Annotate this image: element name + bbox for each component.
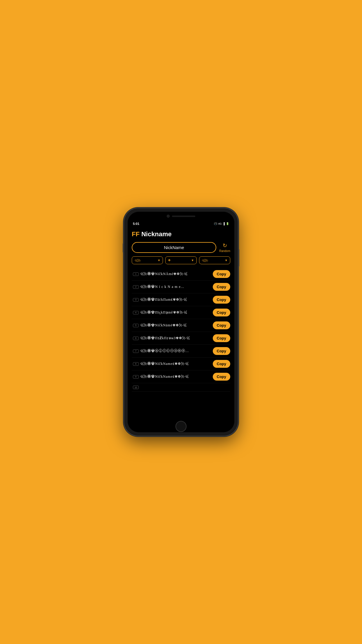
dropdown-1-arrow: ▼ [157,259,160,262]
home-indicator [128,421,234,432]
dropdown-row: ꧁꧂ ▼ ❖ ▼ ꧁꧂ ▼ [132,256,230,264]
status-time: 5:01 [133,222,139,225]
status-icons: 📳 4G ▐ 🔋 [214,222,229,225]
home-button[interactable] [175,421,187,432]
app-title: FF Nickname [132,230,230,238]
battery-icon: 🔋 [226,222,229,225]
list-item: 5 ꧁꧂❁✾NïčkNämë✾❁꧂꧁ Copy [132,319,230,332]
signal-icon: ▐ [223,222,225,225]
title-nickname: Nickname [141,230,172,238]
vibrate-icon: 📳 [214,222,217,225]
phone-screen: 5:01 📳 4G ▐ 🔋 FF Nickname ↻ Random [128,212,234,432]
dropdown-2-text: ❖ [168,258,171,262]
item-text-1: ꧁꧂❁✾NïčkNÄmé✾❁꧂꧁ [140,272,210,276]
item-number-3: 3 [132,298,140,302]
copy-button-5[interactable]: Copy [213,321,231,329]
item-text-6: ꧁꧂❁✾ПɪƵkПɾəмЗ✾❁꧂꧁ [140,336,210,340]
input-row: ↻ Random [132,242,230,253]
item-number-5: 5 [132,324,140,327]
dropdown-1-text: ꧁꧂ [134,259,141,262]
item-text-8: ꧁꧂❁✾NïčkNameɛ✾❁꧂꧁ [140,362,210,366]
item-text-4: ꧁꧂❁✾ПïçkПạmě✾❁꧂꧁ [140,310,210,315]
title-ff: FF [132,230,140,238]
item-text-3: ꧁꧂❁✾ПɪċkПamɛ✾❁꧂꧁ [140,298,210,302]
list-item: 4 ꧁꧂❁✾ПïçkПạmě✾❁꧂꧁ Copy [132,306,230,319]
list-item: 9 ꧁꧂❁✾NïčkNameɛ✾❁꧂꧁ Copy [132,370,230,383]
copy-button-1[interactable]: Copy [213,270,231,278]
speaker-bar [172,216,195,217]
item-number-1: 1 [132,272,140,276]
notch-area [128,212,234,220]
status-bar: 5:01 📳 4G ▐ 🔋 [128,220,234,227]
copy-button-6[interactable]: Copy [213,334,231,342]
dropdown-3[interactable]: ꧁꧂ ▼ [199,256,230,264]
copy-button-4[interactable]: Copy [213,309,231,316]
nickname-input[interactable] [132,242,216,253]
copy-button-2[interactable]: Copy [213,283,231,291]
phone-device: 5:01 📳 4G ▐ 🔋 FF Nickname ↻ Random [124,208,238,436]
list-item: 2 ꧁꧂❁✾N ï c k N a m e... Copy [132,281,230,293]
copy-button-9[interactable]: Copy [213,373,231,381]
dropdown-1[interactable]: ꧁꧂ ▼ [132,256,163,264]
dropdown-3-text: ꧁꧂ [202,259,208,262]
item-number-4: 4 [132,311,140,314]
item-text-9: ꧁꧂❁✾NïčkNameɛ✾❁꧂꧁ [140,374,210,379]
copy-button-7[interactable]: Copy [213,347,231,355]
list-item: 10 [132,383,230,392]
item-number-9: 9 [132,375,140,379]
random-label: Random [219,249,230,253]
random-button[interactable]: ↻ Random [219,242,230,253]
item-number-6: 6 [132,337,140,340]
list-item: 6 ꧁꧂❁✾ПɪƵkПɾəмЗ✾❁꧂꧁ Copy [132,332,230,345]
app-content: FF Nickname ↻ Random ꧁꧂ ▼ ❖ ▼ [128,227,234,421]
item-number-2: 2 [132,285,140,289]
copy-button-8[interactable]: Copy [213,360,231,368]
item-number-10: 10 [132,386,140,389]
dropdown-2-arrow: ▼ [191,259,194,262]
item-number-8: 8 [132,362,140,366]
copy-button-3[interactable]: Copy [213,296,231,304]
list-item: 3 ꧁꧂❁✾ПɪċkПamɛ✾❁꧂꧁ Copy [132,293,230,306]
list-item: 7 ꧁꧂❁✾Ⓝⓘⓒⓚⓝⓐⓜⓔ... Copy [132,345,230,358]
dropdown-2[interactable]: ❖ ▼ [165,256,196,264]
item-text-7: ꧁꧂❁✾Ⓝⓘⓒⓚⓝⓐⓜⓔ... [140,349,210,353]
list-item: 8 ꧁꧂❁✾NïčkNameɛ✾❁꧂꧁ Copy [132,358,230,370]
random-icon: ↻ [223,242,227,249]
dropdown-3-arrow: ▼ [225,259,228,262]
network-icon: 4G [218,222,222,225]
item-text-2: ꧁꧂❁✾N ï c k N a m e... [140,285,210,289]
item-number-7: 7 [132,349,140,353]
camera-icon [167,215,170,218]
list-item: 1 ꧁꧂❁✾NïčkNÄmé✾❁꧂꧁ Copy [132,268,230,281]
item-text-5: ꧁꧂❁✾NïčkNämë✾❁꧂꧁ [140,323,210,328]
nickname-list: 1 ꧁꧂❁✾NïčkNÄmé✾❁꧂꧁ Copy 2 ꧁꧂❁✾N ï c k N … [132,268,230,392]
